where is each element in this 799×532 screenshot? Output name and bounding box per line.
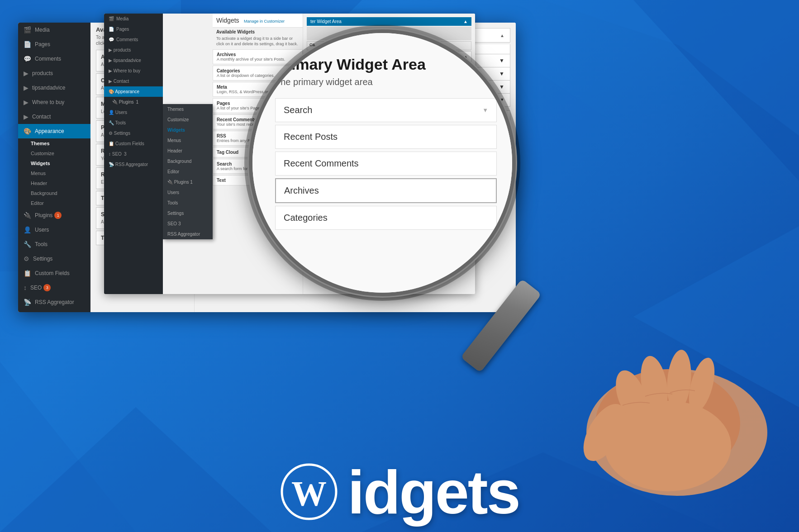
sidebar-item-comments[interactable]: 💬 Comments [18, 52, 90, 66]
submenu-widgets[interactable]: Widgets [163, 125, 213, 135]
svg-text:W: W [291, 474, 327, 513]
ss2-comments-icon: 💬 [109, 37, 114, 42]
ss2-tips[interactable]: ▶ tipsandadvice [104, 55, 163, 66]
magnified-widget-archives[interactable]: Archives [275, 178, 497, 203]
chevron-down-icon: ▼ [499, 57, 504, 64]
pages-icon: 📄 [24, 41, 31, 48]
magnified-recent-comments-label: Recent Comments [284, 158, 359, 169]
sidebar-item-settings[interactable]: ⚙ Settings [18, 252, 90, 266]
wordpress-logo: W [280, 462, 338, 523]
svg-marker-10 [498, 45, 633, 226]
ss2-sidebar: 🎬Media 📄Pages 💬Comments ▶ products ▶ tip… [104, 14, 163, 294]
submenu-settings-sub[interactable]: Settings [163, 208, 213, 218]
magnified-content: Primary Widget Area The primary widget a… [252, 33, 516, 296]
submenu-customize[interactable]: Customize [163, 114, 213, 125]
sidebar-item-contact[interactable]: ▶ Contact [18, 109, 90, 124]
ss2-products[interactable]: ▶ products [104, 45, 163, 55]
sidebar-item-where[interactable]: ▶ Where to buy [18, 95, 90, 109]
sidebar-sub-themes[interactable]: Themes [18, 138, 90, 148]
magnifying-glass-lens: Primary Widget Area The primary widget a… [249, 29, 516, 296]
sidebar-item-products[interactable]: ▶ products [18, 66, 90, 81]
magnified-widget-categories[interactable]: Categories [275, 206, 497, 230]
sidebar-sub-editor[interactable]: Editor [18, 198, 90, 208]
magnified-widget-search[interactable]: Search ▼ [275, 98, 497, 122]
ss2-media-icon: 🎬 [109, 16, 114, 21]
sidebar-sub-customize[interactable]: Customize [18, 148, 90, 158]
wp-sidebar: 🎬 Media 📄 Pages 💬 Comments ▶ products ▶ … [18, 23, 90, 312]
ss2-custom-fields[interactable]: 📋 Custom Fields [104, 138, 163, 149]
products-icon: ▶ [24, 70, 29, 77]
magnified-categories-label: Categories [284, 213, 328, 223]
magnified-recent-posts-label: Recent Posts [284, 132, 338, 142]
contact-icon: ▶ [24, 113, 29, 120]
sidebar-item-tips[interactable]: ▶ tipsandadvice [18, 81, 90, 95]
submenu-plugins[interactable]: 🔌 Plugins 1 [163, 177, 213, 187]
seo-icon: ↕ [24, 284, 27, 291]
ss2-plugins[interactable]: 🔌 Plugins 1 [104, 97, 163, 107]
ss2-appearance[interactable]: 🎨 Appearance [104, 86, 163, 97]
chevron-down-icon3: ▼ [499, 84, 504, 90]
appearance-icon: 🎨 [24, 128, 31, 135]
submenu-themes[interactable]: Themes [163, 104, 213, 114]
tips-icon: ▶ [24, 84, 29, 91]
sidebar-item-custom-fields[interactable]: 📋 Custom Fields [18, 266, 90, 280]
chevron-down-icon2: ▼ [499, 71, 504, 77]
submenu-editor[interactable]: Editor [163, 166, 213, 177]
submenu-users[interactable]: Users [163, 187, 213, 198]
appearance-submenu: Themes Customize Widgets Menus Header Ba… [163, 104, 213, 239]
sidebar-item-appearance[interactable]: 🎨 Appearance [18, 124, 90, 138]
chevron-up-icon: ▲ [500, 33, 504, 38]
submenu-rss[interactable]: RSS Aggregator [163, 229, 213, 239]
magnified-primary-subtitle: The primary widget area [275, 77, 497, 87]
ss2-where[interactable]: ▶ Where to buy [104, 66, 163, 76]
sidebar-sub-background[interactable]: Background [18, 188, 90, 198]
custom-fields-icon: 📋 [24, 270, 31, 277]
submenu-seo[interactable]: SEO 3 [163, 218, 213, 229]
rss-icon: 📡 [24, 299, 31, 306]
magnified-widget-recent-posts[interactable]: Recent Posts [275, 125, 497, 149]
sidebar-sub-widgets[interactable]: Widgets [18, 158, 90, 168]
magnified-archives-label: Archives [284, 185, 319, 196]
sidebar-item-plugins[interactable]: 🔌 Plugins 1 [18, 208, 90, 223]
ss2-tools[interactable]: 🔧 Tools [104, 118, 163, 128]
sidebar-item-pages[interactable]: 📄 Pages [18, 37, 90, 52]
submenu-menus[interactable]: Menus [163, 135, 213, 146]
sidebar-item-tools[interactable]: 🔧 Tools [18, 237, 90, 252]
settings-icon: ⚙ [24, 255, 29, 262]
sidebar-sub-header[interactable]: Header [18, 178, 90, 188]
chevron-search-icon: ▼ [482, 107, 488, 114]
submenu-background[interactable]: Background [163, 156, 213, 166]
bottom-section: W idgets [0, 462, 799, 523]
ss2-media[interactable]: 🎬Media [104, 14, 163, 24]
ss2-rss-agg[interactable]: 📡 RSS Aggregator [104, 159, 163, 170]
tools-icon: 🔧 [24, 241, 31, 248]
ss2-pages-icon: 📄 [109, 27, 114, 32]
sidebar-item-seo[interactable]: ↕ SEO 3 [18, 280, 90, 295]
submenu-header[interactable]: Header [163, 146, 213, 156]
magnified-search-label: Search [284, 105, 312, 115]
ss2-widget-archives[interactable]: Archives A monthly archive of your site'… [213, 49, 303, 64]
ss2-settings[interactable]: ⚙ Settings [104, 128, 163, 138]
where-icon: ▶ [24, 99, 29, 106]
magnified-primary-title: Primary Widget Area [275, 56, 497, 73]
comments-icon: 💬 [24, 55, 31, 62]
sidebar-item-rss[interactable]: 📡 RSS Aggregator [18, 295, 90, 309]
submenu-tools[interactable]: Tools [163, 198, 213, 208]
ss2-seo[interactable]: ↕ SEO 3 [104, 149, 163, 159]
magnified-widget-recent-comments[interactable]: Recent Comments [275, 152, 497, 176]
ss2-comments[interactable]: 💬Comments [104, 34, 163, 45]
users-icon: 👤 [24, 226, 31, 233]
ss2-widgets-title-row: Widgets Manage in Customizer [213, 14, 303, 28]
ss2-contact[interactable]: ▶ Contact [104, 76, 163, 86]
plugins-icon: 🔌 [24, 212, 31, 219]
widgets-suffix-text: idgets [347, 462, 519, 523]
sidebar-sub-menus[interactable]: Menus [18, 168, 90, 178]
sidebar-item-users[interactable]: 👤 Users [18, 223, 90, 237]
ss2-pages[interactable]: 📄Pages [104, 24, 163, 34]
media-icon: 🎬 [24, 26, 31, 33]
ss2-users[interactable]: 👤 Users [104, 107, 163, 118]
sidebar-item-media[interactable]: 🎬 Media [18, 23, 90, 37]
ss2-area-header[interactable]: ter Widget Area ▲ [307, 17, 471, 26]
ss2-manage-link[interactable]: Manage in Customizer [244, 19, 285, 24]
